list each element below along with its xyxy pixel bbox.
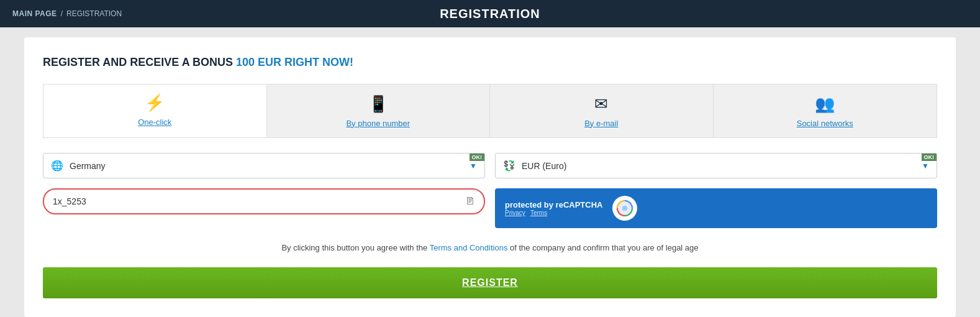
recaptcha-svg [615, 198, 635, 218]
main-container: REGISTER AND RECEIVE A BONUS 100 EUR RIG… [24, 37, 956, 317]
currency-value: EUR (Euro) [522, 161, 922, 171]
terms-prefix: By clicking this button you agree with t… [281, 243, 427, 252]
country-currency-row: OK! 🌐 Germany ▼ OK! 💱 EUR (Euro) ▼ [43, 153, 937, 178]
country-select[interactable]: OK! 🌐 Germany ▼ [43, 153, 485, 178]
registration-tabs: ⚡ One-click 📱 By phone number ✉ By e-mai… [43, 84, 937, 138]
header: MAIN PAGE / REGISTRATION REGISTRATION [0, 0, 980, 27]
breadcrumb: MAIN PAGE / REGISTRATION [12, 9, 122, 18]
tab-one-click-label: One-click [138, 117, 171, 127]
currency-icon: 💱 [503, 160, 515, 172]
country-ok-badge: OK! [470, 154, 485, 161]
recaptcha-links: Privacy Terms [505, 209, 602, 216]
breadcrumb-current: REGISTRATION [66, 9, 122, 18]
country-chevron-icon: ▼ [470, 162, 477, 170]
page-title: REGISTRATION [440, 7, 540, 21]
tab-phone-label: By phone number [346, 119, 410, 128]
promo-input-wrapper: 🖹 [43, 188, 485, 214]
breadcrumb-home[interactable]: MAIN PAGE [12, 9, 57, 18]
promo-captcha-row: 🖹 protected by reCAPTCHA Privacy Terms [43, 188, 937, 228]
promo-input[interactable] [53, 196, 465, 206]
social-icon: 👥 [815, 94, 835, 114]
terms-text: By clicking this button you agree with t… [43, 243, 937, 252]
register-button[interactable]: REGISTER [43, 267, 937, 298]
tab-social-label: Social networks [797, 119, 853, 128]
terms-suffix: of the company and confirm that you are … [510, 243, 699, 252]
globe-icon: 🌐 [51, 160, 63, 172]
recaptcha-box: protected by reCAPTCHA Privacy Terms [495, 188, 937, 228]
currency-ok-badge: OK! [922, 154, 937, 161]
terms-link[interactable]: Terms and Conditions [430, 243, 508, 252]
tab-email-label: By e-mail [584, 119, 618, 128]
currency-chevron-icon: ▼ [922, 162, 929, 170]
currency-select[interactable]: OK! 💱 EUR (Euro) ▼ [495, 153, 937, 178]
breadcrumb-separator: / [61, 9, 63, 18]
recaptcha-privacy-link[interactable]: Privacy [505, 209, 525, 216]
recaptcha-terms-link[interactable]: Terms [530, 209, 547, 216]
promo-code-icon: 🖹 [465, 196, 475, 207]
email-icon: ✉ [594, 94, 608, 114]
phone-icon: 📱 [368, 94, 388, 114]
svg-point-1 [622, 206, 627, 211]
recaptcha-protected-label: protected by reCAPTCHA [505, 200, 602, 209]
tab-one-click[interactable]: ⚡ One-click [43, 85, 267, 137]
tab-email[interactable]: ✉ By e-mail [490, 85, 714, 137]
tab-social[interactable]: 👥 Social networks [714, 85, 937, 137]
country-value: Germany [70, 161, 470, 171]
registration-form: OK! 🌐 Germany ▼ OK! 💱 EUR (Euro) ▼ 🖹 [43, 153, 937, 298]
bonus-prefix: REGISTER AND RECEIVE A BONUS [43, 56, 236, 68]
tab-phone[interactable]: 📱 By phone number [267, 85, 491, 137]
recaptcha-text: protected by reCAPTCHA Privacy Terms [505, 200, 602, 216]
bonus-text: REGISTER AND RECEIVE A BONUS 100 EUR RIG… [43, 56, 937, 69]
lightning-icon: ⚡ [145, 93, 165, 113]
bonus-highlight: 100 EUR RIGHT NOW! [236, 56, 353, 68]
recaptcha-logo [612, 196, 637, 221]
